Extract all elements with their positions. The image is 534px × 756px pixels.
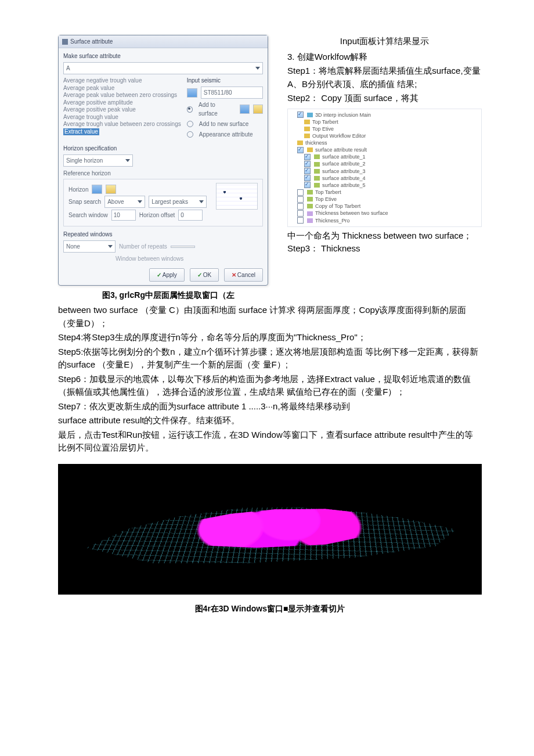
chevron-down-icon [199, 200, 204, 203]
app-icon [62, 39, 68, 45]
cancel-button[interactable]: ✕Cancel [224, 268, 263, 282]
num-repeats-label: Number of repeats [119, 242, 167, 251]
tree-item[interactable]: surface attribute_5 [322, 182, 366, 189]
chevron-down-icon [138, 200, 142, 203]
waveform-preview [216, 183, 258, 210]
list-item[interactable]: Average positive peak value [63, 106, 181, 114]
list-item[interactable]: Average trough value between zero crossi… [63, 121, 181, 128]
after-tree-text: 中一个命名为 Thickness between two surface； St… [287, 229, 482, 255]
tree-item[interactable]: Output Workflow Editor [312, 132, 366, 139]
tree-item[interactable]: Thickness_Pro [315, 217, 350, 224]
input-seismic-label: Input seismic [187, 76, 263, 85]
radio-label: Add to surface [199, 100, 233, 118]
num-repeats-input[interactable] [171, 246, 195, 248]
combo-value: A [66, 64, 70, 73]
tree-item[interactable]: Top Tarbert [315, 189, 341, 196]
tree-item[interactable]: surface attribute_4 [322, 175, 366, 182]
combo-value: Above [107, 197, 124, 206]
list-item-selected[interactable]: Extract value [63, 128, 99, 136]
paragraph: Step7：依次更改新生成的面为surface attribute 1 ....… [58, 400, 482, 413]
tree-item[interactable]: surface attribute_3 [322, 168, 366, 175]
step1-text: Step1：将地震解释层面结果插值生成surface,变量A、B分别代表顶、底的… [287, 64, 482, 91]
surface-icon[interactable] [240, 105, 250, 114]
paragraph: Step6：加载显示的地震体，以每次下移后的构造面为参考地层，选择Extract… [58, 373, 482, 399]
search-window-input[interactable]: 10 [111, 210, 136, 221]
ok-button[interactable]: ✓OK [190, 268, 219, 282]
paragraph: 最后，点击Test和Run按钮，运行该工作流，在3D Window等窗口下，查看… [58, 429, 482, 455]
offset-input[interactable]: 0 [178, 210, 203, 221]
chevron-down-icon [108, 245, 113, 248]
tree-item[interactable]: surface attribute result [315, 146, 367, 153]
dialog-title-text: Surface attribute [70, 37, 113, 46]
list-item[interactable]: Average peak value between zero crossing… [63, 92, 181, 99]
output-combo[interactable]: A [63, 62, 263, 74]
offset-label: Horizon offset [139, 211, 175, 219]
chevron-down-icon [255, 67, 260, 70]
surface-attribute-dialog: Surface attribute Make surface attribute… [58, 35, 268, 286]
folder-icon[interactable] [253, 105, 263, 114]
figure4-caption: 图4r在3D Windows窗口■显示并查看切片 [58, 603, 482, 615]
dialog-titlebar: Surface attribute [59, 35, 268, 48]
list-item[interactable]: Average negative trough value [63, 77, 181, 85]
snap-combo[interactable]: Above [104, 196, 145, 208]
paragraph: Step5:依据等比例划分的个数n，建立n个循环计算步骤；逐次将地层顶部构造面 … [58, 345, 482, 372]
repeated-label: Repeated windows [63, 230, 263, 239]
radio-label: Add to new surface [199, 120, 249, 128]
horizon-label: Horizon [68, 185, 88, 194]
paragraph: surface attribute result的文件保存。结束循环。 [58, 414, 482, 427]
tree-item[interactable]: Top Tarbert [312, 118, 338, 125]
combo-value: ST8511/80 [204, 88, 232, 97]
section-label: Make surface attribute [63, 52, 263, 60]
button-label: OK [203, 272, 211, 278]
tree-item[interactable]: 3D interp inclusion Main [315, 111, 371, 118]
radio-add-to-surface[interactable]: Add to surface [187, 100, 263, 118]
folder-icon[interactable] [106, 185, 116, 194]
seismic-3d-view [58, 464, 482, 595]
repeat-mode-combo[interactable]: None [63, 240, 116, 253]
snap-label: Snap search [68, 197, 101, 206]
paragraph: Step4:将Step3生成的厚度进行n等分，命名等分后的厚度面为"Thickn… [58, 331, 482, 344]
list-item[interactable]: Average peak value [63, 85, 181, 92]
radio-appearance[interactable]: Appearance attribute [187, 130, 263, 139]
radio-label: Appearance attribute [199, 130, 253, 139]
window-between-label: Window between windows [116, 254, 183, 263]
apply-button[interactable]: ✓Apply [149, 268, 185, 282]
horizon-icon[interactable] [92, 185, 102, 194]
seismic-combo[interactable]: ST8511/80 [201, 87, 263, 99]
tree-item[interactable]: surface attribute_1 [322, 153, 366, 160]
figure3-caption: 图3, grlcRg中层面属性提取窗口（左 [58, 289, 279, 301]
step2-text: Step2： Copy 顶面 surface，将其 [287, 92, 482, 105]
paragraph: between two surface （变量 C）由顶面和地面 surface… [58, 304, 482, 330]
combo-value: None [66, 242, 80, 251]
tree-item[interactable]: Copy of Top Tarbert [315, 203, 360, 210]
list-item[interactable]: Average trough value [63, 114, 181, 121]
search-window-label: Search window [68, 211, 108, 219]
button-label: Cancel [237, 272, 255, 278]
input-panel-heading: Input面板计算结果显示 [287, 35, 482, 48]
step-heading: 3. 创建Worklfow解释 [287, 51, 482, 64]
chevron-down-icon [125, 159, 130, 162]
attribute-list[interactable]: Average negative trough value Average pe… [63, 77, 181, 137]
horizon-mode-combo[interactable]: Single horizon [63, 154, 133, 167]
list-item[interactable]: Average positive amplitude [63, 99, 181, 107]
tree-item[interactable]: Top Etive [312, 125, 334, 132]
tree-item[interactable]: thickness [305, 139, 327, 146]
tree-item[interactable]: Thickness between two surface [315, 210, 388, 217]
radio-add-new[interactable]: Add to new surface [187, 120, 263, 128]
button-label: Apply [163, 272, 177, 278]
peaks-combo[interactable]: Largest peaks [149, 196, 207, 208]
ref-horizon-label: Reference horizon [63, 169, 263, 178]
tree-item[interactable]: Top Etive [315, 196, 337, 203]
horizon-spec-label: Horizon specification [63, 144, 263, 153]
combo-value: Largest peaks [151, 197, 188, 206]
seismic-icon[interactable] [187, 88, 197, 98]
combo-value: Single horizon [66, 156, 103, 165]
model-tree: 3D interp inclusion Main Top Tarbert Top… [287, 109, 482, 227]
tree-item[interactable]: surface attribute_2 [322, 160, 366, 167]
